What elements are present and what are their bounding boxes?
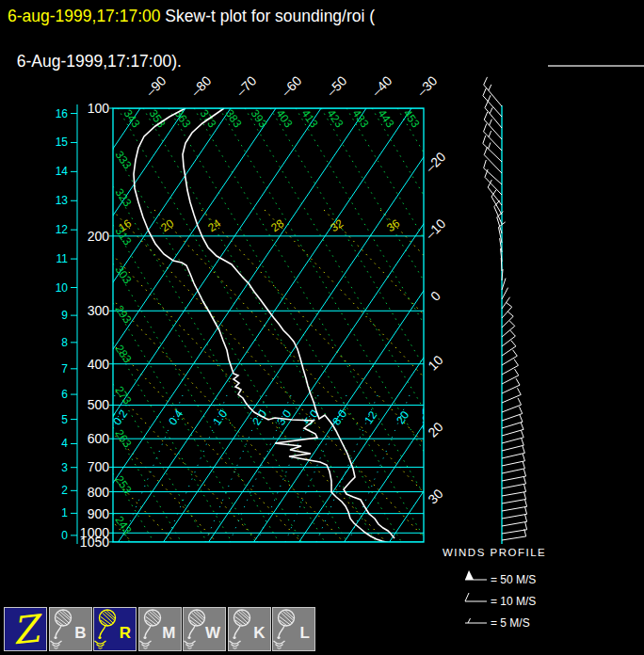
toolbar-button-label: W (205, 624, 220, 643)
svg-text:393: 393 (249, 107, 270, 131)
svg-text:7: 7 (61, 362, 68, 375)
toolbar-button-label: R (120, 624, 131, 643)
svg-text:300: 300 (88, 303, 110, 318)
svg-text:200: 200 (88, 229, 110, 244)
temperature-trace (183, 108, 394, 538)
svg-text:333: 333 (113, 149, 135, 172)
svg-text:353: 353 (147, 107, 169, 131)
barb-5ms-icon (468, 618, 471, 623)
svg-text:20: 20 (394, 408, 411, 426)
toolbar-button-K[interactable]: K (228, 607, 271, 651)
toolbar-button-label: M (162, 624, 175, 643)
toolbar-button-label: B (74, 624, 86, 643)
svg-text:16: 16 (56, 107, 69, 120)
flag-50ms-icon (465, 570, 474, 580)
svg-text:–70: –70 (233, 72, 260, 99)
svg-text:100: 100 (88, 101, 110, 116)
svg-text:433: 433 (350, 107, 372, 131)
svg-text:12: 12 (362, 408, 379, 426)
radiosonde-balloon-icon (94, 608, 119, 650)
grid-line-labels: 3433533633733833934034134234334434533333… (98, 107, 433, 537)
svg-text:6: 6 (61, 388, 68, 401)
svg-text:600: 600 (88, 431, 110, 446)
svg-text:4: 4 (61, 437, 68, 450)
svg-text:11: 11 (56, 252, 69, 265)
pressure-axis-labels: 10020030040050060070080090010001050 (80, 101, 113, 550)
radiosonde-balloon-icon (139, 608, 164, 650)
plot-border (113, 108, 424, 542)
winds-legend: WINDS PROFILE= 50 M/S= 10 M/S= 5 M/S (443, 547, 546, 630)
svg-text:–90: –90 (143, 72, 169, 99)
svg-text:0: 0 (427, 288, 443, 304)
wind-profile (483, 77, 527, 544)
svg-text:700: 700 (88, 459, 110, 474)
radiosonde-balloon-icon (273, 608, 298, 650)
svg-text:0.4: 0.4 (166, 407, 185, 428)
svg-text:–20: –20 (423, 149, 449, 175)
svg-text:413: 413 (299, 107, 321, 131)
isobars (113, 108, 424, 542)
svg-text:12: 12 (56, 223, 69, 236)
svg-text:15: 15 (56, 136, 69, 149)
svg-text:900: 900 (88, 506, 110, 521)
barb-10ms-icon (465, 593, 469, 601)
svg-text:303: 303 (113, 264, 135, 287)
toolbar-button-R[interactable]: R (93, 607, 137, 651)
svg-text:–50: –50 (324, 72, 350, 99)
svg-text:13: 13 (56, 194, 69, 207)
svg-text:263: 263 (113, 427, 135, 451)
svg-text:= 10 M/S: = 10 M/S (491, 595, 536, 608)
svg-text:28: 28 (268, 216, 286, 234)
svg-text:8: 8 (61, 336, 68, 349)
svg-text:–60: –60 (279, 72, 305, 99)
toolbar-button-L[interactable]: L (272, 607, 315, 651)
toolbar-button-label: K (253, 624, 265, 643)
svg-text:1.0: 1.0 (210, 407, 230, 428)
svg-text:2: 2 (61, 484, 68, 497)
height-axis: 012345678910111213141516 (56, 104, 77, 544)
plot-grid: 3433533633733833934034134234334434533333… (0, 107, 644, 655)
svg-text:24: 24 (205, 216, 223, 234)
svg-text:–30: –30 (414, 72, 441, 99)
svg-text:0: 0 (61, 529, 68, 542)
svg-text:10: 10 (56, 281, 69, 295)
toolbar-button-W[interactable]: W (183, 607, 226, 651)
dry-adiabats (113, 108, 644, 655)
svg-text:1: 1 (61, 506, 68, 519)
svg-text:14: 14 (56, 165, 69, 178)
svg-text:= 5 M/S: = 5 M/S (491, 616, 530, 630)
svg-text:30: 30 (425, 486, 445, 506)
radiosonde-balloon-icon (50, 608, 74, 650)
svg-text:–10: –10 (423, 216, 449, 242)
svg-text:32: 32 (328, 216, 346, 234)
toolbar-button-M[interactable]: M (138, 607, 182, 651)
svg-text:383: 383 (223, 107, 245, 131)
svg-text:443: 443 (376, 107, 397, 131)
svg-text:253: 253 (113, 473, 135, 497)
svg-text:423: 423 (325, 107, 346, 131)
z-logo: Z (3, 608, 48, 649)
svg-text:–80: –80 (188, 72, 215, 99)
svg-text:343: 343 (121, 107, 143, 131)
skewt-plot: 3433533633733833934034134234334434533333… (0, 0, 644, 655)
svg-text:9: 9 (61, 309, 68, 322)
svg-text:5: 5 (61, 413, 68, 426)
svg-text:20: 20 (158, 216, 176, 234)
svg-text:400: 400 (88, 357, 110, 372)
svg-text:403: 403 (274, 107, 296, 131)
svg-text:WINDS PROFILE: WINDS PROFILE (443, 547, 546, 558)
toolbar-button-label: L (300, 624, 310, 643)
toolbar-button-Z[interactable]: Z (4, 607, 47, 651)
top-temperature-labels: –90–80–70–60–50–40–30 (143, 72, 441, 99)
svg-text:10: 10 (425, 352, 445, 373)
svg-text:20: 20 (425, 419, 445, 439)
toolbar-button-B[interactable]: B (49, 607, 92, 651)
skewt-app-window: 6-aug-1999,17:17:00 Skew-t plot for soun… (0, 0, 644, 655)
svg-text:453: 453 (401, 107, 423, 131)
svg-text:3: 3 (61, 461, 68, 474)
radiosonde-balloon-icon (229, 608, 253, 650)
svg-text:500: 500 (88, 397, 110, 412)
svg-text:800: 800 (88, 485, 110, 500)
svg-text:–40: –40 (369, 72, 395, 99)
svg-text:= 50 M/S: = 50 M/S (491, 573, 536, 586)
